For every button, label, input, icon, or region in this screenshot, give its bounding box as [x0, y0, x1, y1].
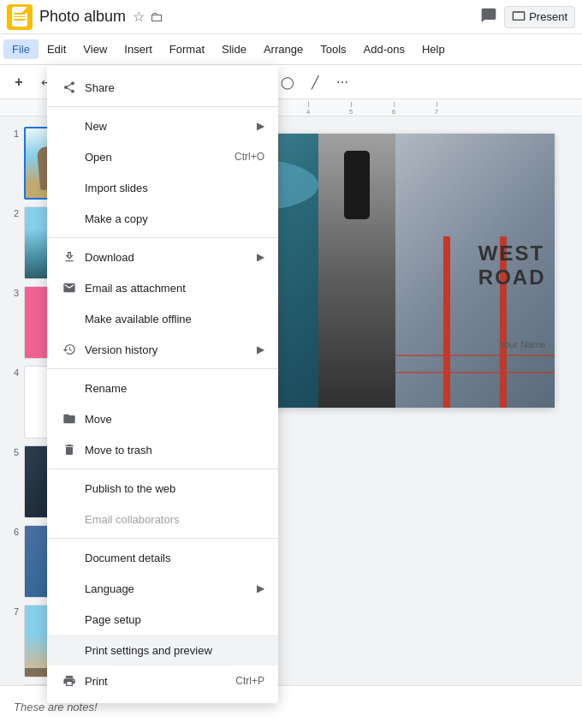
menu-arrange[interactable]: Arrange [255, 39, 312, 59]
comment-button[interactable] [473, 3, 504, 30]
dropdown-offline[interactable]: Make available offline [47, 303, 278, 334]
details-icon [61, 549, 78, 566]
collab-icon [61, 510, 78, 528]
menu-bar: File Edit View Insert Format Slide Arran… [0, 34, 582, 65]
menu-edit[interactable]: Edit [39, 39, 74, 59]
dropdown-email-collaborators: Email collaborators [47, 504, 278, 534]
dropdown-rename[interactable]: Rename [47, 373, 278, 403]
add-slide-button[interactable]: + [7, 70, 31, 94]
dropdown-print[interactable]: Print Ctrl+P [47, 665, 278, 696]
publish-icon [61, 480, 78, 497]
copy-icon [61, 210, 78, 227]
menu-section-export: Download ▶ Email as attachment Make avai… [47, 238, 278, 369]
print-icon [61, 672, 78, 689]
menu-tools[interactable]: Tools [312, 39, 354, 59]
menu-slide[interactable]: Slide [213, 39, 255, 59]
dropdown-import-slides[interactable]: Import slides [47, 172, 278, 203]
menu-insert[interactable]: Insert [116, 39, 161, 59]
dropdown-document-details[interactable]: Document details [47, 542, 278, 573]
folder-icon[interactable]: 🗀 [150, 9, 163, 25]
menu-section-settings: Document details Language ▶ Page setup P… [47, 539, 278, 700]
dropdown-language[interactable]: Language ▶ [47, 573, 278, 604]
dropdown-version-history[interactable]: Version history ▶ [47, 334, 278, 365]
dropdown-publish-web[interactable]: Publish to the web [47, 473, 278, 504]
star-icon[interactable]: ☆ [133, 9, 145, 25]
trash-icon [61, 441, 78, 458]
menu-format[interactable]: Format [161, 39, 213, 59]
offline-icon [61, 310, 78, 327]
dropdown-menu: Share New ▶ Open Ctrl+O Import slides Ma… [47, 65, 278, 703]
dropdown-page-setup[interactable]: Page setup [47, 604, 278, 635]
menu-help[interactable]: Help [413, 39, 454, 59]
print-settings-icon [61, 641, 78, 659]
dropdown-make-copy[interactable]: Make a copy [47, 203, 278, 234]
title-bar: Photo album ☆ 🗀 Present [0, 0, 582, 34]
menu-section-manage: Rename Move Move to trash [47, 369, 278, 469]
dropdown-move-trash[interactable]: Move to trash [47, 434, 278, 465]
open-icon [61, 148, 78, 165]
dropdown-download[interactable]: Download ▶ [47, 242, 278, 272]
new-icon [61, 117, 78, 134]
page-icon [61, 611, 78, 628]
more-button[interactable]: ⋯ [330, 70, 354, 94]
rename-icon [61, 379, 78, 397]
dropdown-share[interactable]: Share [47, 72, 278, 103]
menu-section-share: Share [47, 69, 278, 107]
dropdown-email-attachment[interactable]: Email as attachment [47, 272, 278, 303]
email-icon [61, 279, 78, 296]
doc-title[interactable]: Photo album [39, 8, 126, 26]
dropdown-open[interactable]: Open Ctrl+O [47, 141, 278, 172]
download-icon [61, 248, 78, 266]
app-logo [7, 4, 33, 30]
history-icon [61, 341, 78, 358]
import-icon [61, 179, 78, 196]
dropdown-move[interactable]: Move [47, 403, 278, 434]
menu-addons[interactable]: Add-ons [355, 39, 413, 59]
menu-file[interactable]: File [3, 39, 39, 59]
shape-button[interactable]: ◯ [276, 70, 300, 94]
menu-section-file: New ▶ Open Ctrl+O Import slides Make a c… [47, 107, 278, 238]
svg-rect-0 [514, 12, 525, 20]
menu-view[interactable]: View [74, 39, 116, 59]
move-folder-icon [61, 410, 78, 427]
share-icon [61, 79, 78, 96]
language-icon [61, 580, 78, 597]
dropdown-new[interactable]: New ▶ [47, 110, 278, 141]
present-button[interactable]: Present [504, 6, 575, 28]
dropdown-print-settings[interactable]: Print settings and preview [47, 635, 278, 665]
menu-section-publish: Publish to the web Email collaborators [47, 469, 278, 539]
line-button[interactable]: ╱ [303, 70, 327, 94]
